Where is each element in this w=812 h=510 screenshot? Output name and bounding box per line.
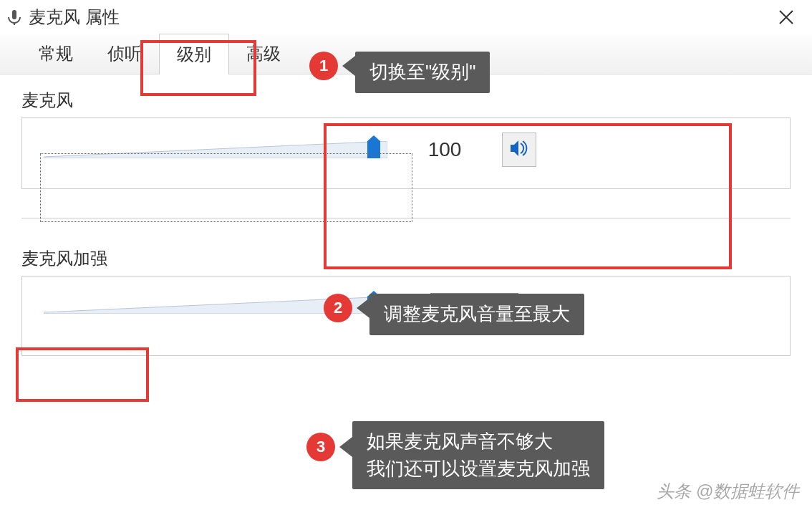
titlebar: 麦克风 属性	[0, 0, 812, 34]
svg-marker-2	[511, 140, 518, 156]
watermark-text: 头条 @数据蛙软件	[657, 480, 799, 503]
svg-marker-1	[367, 135, 380, 158]
close-button[interactable]	[772, 4, 801, 31]
mic-boost-label: 麦克风加强	[21, 247, 791, 270]
slider-wedge-icon	[44, 141, 387, 158]
microphone-icon	[6, 9, 23, 26]
callout-arrow-icon	[357, 298, 369, 318]
slider-thumb-icon[interactable]	[367, 135, 380, 158]
callout-2: 2 调整麦克风音量至最大	[324, 294, 584, 335]
microphone-box: 100	[21, 117, 791, 189]
microphone-slider[interactable]	[44, 135, 387, 164]
content-area: 麦克风 100	[0, 74, 812, 399]
callout-text-2: 调整麦克风音量至最大	[369, 294, 584, 335]
mute-button[interactable]	[502, 133, 536, 167]
section-divider	[21, 218, 791, 218]
callout-badge-1: 1	[309, 52, 338, 80]
tab-advanced[interactable]: 高级	[229, 34, 298, 74]
tab-listen[interactable]: 侦听	[90, 34, 159, 74]
callout-1: 1 切换至"级别"	[309, 52, 490, 93]
tab-general[interactable]: 常规	[21, 34, 90, 74]
callout-badge-2: 2	[324, 294, 352, 322]
window-title: 麦克风 属性	[29, 6, 120, 29]
tab-levels[interactable]: 级别	[159, 34, 229, 74]
callout-badge-3: 3	[306, 433, 335, 461]
callout-text-1: 切换至"级别"	[355, 52, 490, 93]
svg-marker-0	[44, 141, 387, 158]
microphone-group: 麦克风 100	[21, 89, 791, 189]
callout-3: 3 如果麦克风声音不够大 我们还可以设置麦克风加强	[306, 421, 604, 489]
speaker-icon	[508, 138, 530, 162]
titlebar-left: 麦克风 属性	[6, 6, 120, 29]
callout-arrow-icon	[339, 437, 352, 457]
callout-text-3: 如果麦克风声音不够大 我们还可以设置麦克风加强	[352, 421, 604, 489]
microphone-slider-row: 100	[44, 133, 768, 167]
microphone-value: 100	[409, 138, 480, 161]
callout-arrow-icon	[342, 56, 355, 76]
